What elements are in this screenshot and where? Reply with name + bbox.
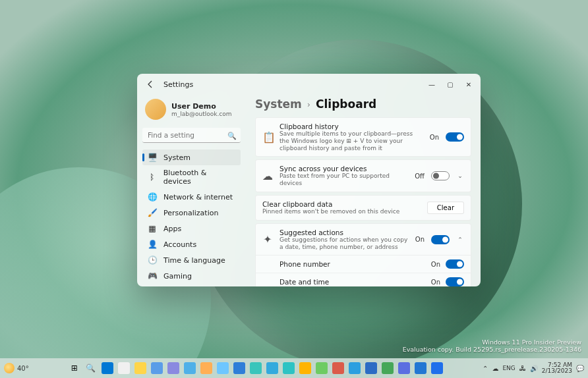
- suggested-state: On: [415, 236, 425, 243]
- sub-label: Date and time: [279, 278, 431, 286]
- sync-title: Sync across your devices: [279, 165, 408, 173]
- clock[interactable]: 7:52 AM 2/13/2023: [542, 362, 572, 374]
- nav-icon: 🎮: [148, 271, 157, 281]
- sidebar-item-personalization[interactable]: 🖌️Personalization: [142, 205, 241, 221]
- nav-label: Apps: [163, 225, 181, 233]
- profile-email: m_lab@outlook.com: [171, 111, 232, 117]
- sidebar-item-apps[interactable]: ▦Apps: [142, 221, 241, 236]
- nav-label: Bluetooth & devices: [163, 169, 235, 186]
- window-title: Settings: [163, 80, 193, 89]
- profile-name: User Demo: [171, 102, 232, 111]
- sub-label: Phone number: [279, 260, 431, 268]
- sidebar-item-bluetooth-devices[interactable]: ᛒBluetooth & devices: [142, 165, 241, 189]
- taskbar-search[interactable]: 🔍: [84, 361, 98, 375]
- taskbar-app-icon[interactable]: [430, 361, 444, 375]
- build-line2: Evaluation copy. Build 25295.rs_prerelea…: [403, 346, 581, 353]
- chevron-right-icon: ›: [307, 99, 310, 109]
- chevron-up-icon[interactable]: ⌃: [456, 236, 464, 243]
- clear-button[interactable]: Clear: [427, 202, 464, 214]
- notifications-icon[interactable]: 💬: [576, 365, 584, 372]
- taskbar-app-icon[interactable]: [413, 361, 428, 375]
- back-button[interactable]: [144, 78, 157, 91]
- start-button[interactable]: ⊞: [67, 361, 82, 375]
- chevron-up-icon[interactable]: ⌃: [483, 365, 488, 372]
- sync-state: Off: [415, 173, 425, 180]
- nav-icon: ᛒ: [148, 173, 157, 182]
- suggested-card: ✦ Suggested actions Get suggestions for …: [255, 223, 471, 286]
- onedrive-icon[interactable]: ☁: [492, 365, 498, 372]
- volume-icon[interactable]: 🔊: [530, 365, 538, 372]
- taskbar-app-icon[interactable]: [150, 361, 164, 375]
- taskbar-app-icon[interactable]: [364, 361, 378, 375]
- nav-label: Accounts: [163, 240, 196, 249]
- taskbar-app-icon[interactable]: [397, 361, 411, 375]
- taskbar-app-icon[interactable]: [117, 361, 131, 375]
- nav-label: System: [163, 153, 191, 162]
- weather-icon: [4, 363, 15, 373]
- nav-icon: 🌐: [148, 192, 157, 202]
- minimize-button[interactable]: —: [423, 75, 441, 94]
- search-box: 🔍: [142, 128, 241, 143]
- nav-label: Personalization: [163, 209, 218, 217]
- sidebar-item-time-language[interactable]: 🕒Time & language: [142, 252, 241, 268]
- search-icon: 🔍: [227, 131, 237, 140]
- sync-desc: Paste text from your PC to supported dev…: [279, 173, 408, 187]
- sub-state: On: [431, 261, 440, 268]
- clipboard-history-state: On: [430, 134, 439, 141]
- build-watermark: Windows 11 Pro Insider Preview Evaluatio…: [403, 338, 581, 353]
- nav-icon: 👤: [148, 240, 157, 249]
- sidebar-item-accessibility[interactable]: ♿Accessibility: [142, 284, 241, 286]
- taskbar-app-icon[interactable]: [133, 361, 148, 375]
- sidebar-item-network-internet[interactable]: 🌐Network & internet: [142, 189, 241, 205]
- titlebar: Settings — ▢ ✕: [137, 74, 481, 95]
- maximize-button[interactable]: ▢: [441, 75, 459, 94]
- sidebar-item-gaming[interactable]: 🎮Gaming: [142, 268, 241, 284]
- sub-toggle[interactable]: [446, 259, 464, 269]
- chevron-down-icon[interactable]: ⌄: [456, 173, 464, 179]
- clipboard-history-title: Clipboard history: [279, 122, 423, 130]
- taskbar: 40° ⊞🔍 ⌃ ☁ ENG 🖧 🔊 7:52 AM 2/13/2023 💬: [0, 358, 588, 378]
- taskbar-app-icon[interactable]: [380, 361, 395, 375]
- breadcrumb-parent[interactable]: System: [255, 97, 302, 111]
- main-pane: System › Clipboard 📋 Clipboard history S…: [246, 95, 481, 286]
- taskbar-app-icon[interactable]: [216, 361, 230, 375]
- clipboard-history-toggle[interactable]: [446, 132, 464, 142]
- sidebar-item-accounts[interactable]: 👤Accounts: [142, 236, 241, 252]
- taskbar-app-icon[interactable]: [100, 361, 115, 375]
- network-icon[interactable]: 🖧: [519, 365, 526, 372]
- taskbar-app-icon[interactable]: [199, 361, 214, 375]
- taskbar-app-icon[interactable]: [281, 361, 296, 375]
- taskbar-app-icon[interactable]: [166, 361, 181, 375]
- taskbar-app-icon[interactable]: [298, 361, 312, 375]
- taskbar-app-icon[interactable]: [232, 361, 247, 375]
- build-line1: Windows 11 Pro Insider Preview: [403, 338, 581, 346]
- taskbar-app-icon[interactable]: [249, 361, 263, 375]
- suggested-sub-row: Date and timeOn: [256, 273, 471, 286]
- language-indicator[interactable]: ENG: [502, 365, 515, 371]
- taskbar-app-icon[interactable]: [314, 361, 329, 375]
- profile-block[interactable]: User Demo m_lab@outlook.com: [142, 95, 241, 126]
- weather-widget[interactable]: 40°: [4, 363, 29, 373]
- avatar: [145, 99, 166, 120]
- search-input[interactable]: [142, 128, 241, 143]
- suggested-desc: Get suggestions for actions when you cop…: [279, 236, 409, 251]
- taskbar-center: ⊞🔍: [29, 361, 483, 375]
- nav-icon: ▦: [148, 224, 157, 233]
- close-button[interactable]: ✕: [459, 75, 478, 94]
- taskbar-app-icon[interactable]: [347, 361, 362, 375]
- sync-toggle[interactable]: [431, 171, 450, 180]
- taskbar-app-icon[interactable]: [265, 361, 279, 375]
- sidebar-item-system[interactable]: 🖥️System: [142, 149, 241, 165]
- nav-icon: 🖥️: [148, 153, 157, 162]
- clear-card: Clear clipboard data Pinned items won't …: [255, 195, 471, 221]
- clear-desc: Pinned items won't be removed on this de…: [262, 208, 421, 215]
- taskbar-app-icon[interactable]: [183, 361, 197, 375]
- sync-card: ☁ Sync across your devices Paste text fr…: [255, 159, 471, 192]
- clear-title: Clear clipboard data: [262, 200, 421, 208]
- suggested-toggle[interactable]: [431, 235, 450, 244]
- nav-icon: 🖌️: [148, 208, 157, 217]
- breadcrumb: System › Clipboard: [255, 97, 471, 111]
- sync-icon: ☁: [262, 170, 273, 182]
- sub-toggle[interactable]: [446, 277, 464, 286]
- taskbar-app-icon[interactable]: [331, 361, 345, 375]
